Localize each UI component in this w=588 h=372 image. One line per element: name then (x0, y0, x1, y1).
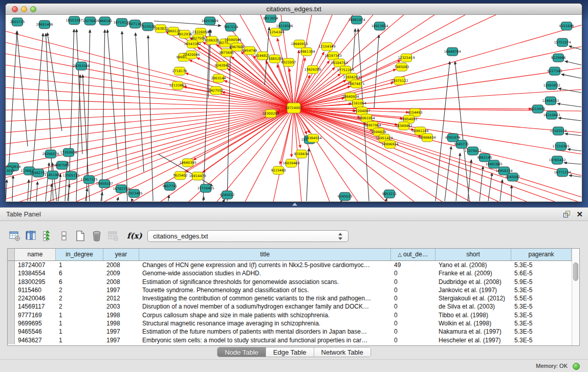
table-cell[interactable]: Investigating the contribution of common… (139, 294, 391, 302)
table-cell[interactable]: Corpus callosum shape and size in male p… (139, 311, 391, 319)
table-cell[interactable]: 5.3E-5 (511, 336, 572, 344)
table-cell[interactable]: 18724007 (15, 261, 56, 269)
close-panel-icon[interactable]: ✕ (576, 209, 583, 220)
table-cell[interactable]: 0 (391, 311, 435, 319)
table-cell[interactable]: 1 (56, 327, 103, 336)
table-cell[interactable]: 1 (56, 311, 103, 319)
table-cell[interactable]: 1997 (103, 286, 139, 294)
table-cell[interactable]: Embryonic stem cells: a model to study s… (139, 336, 391, 344)
table-cell[interactable]: 0 (391, 327, 435, 336)
table-row[interactable]: 1456911722003Disruption of a novel membe… (8, 302, 572, 311)
table-cell[interactable]: 1 (56, 261, 103, 269)
table-cell[interactable]: de Silva et al. (2003) (435, 302, 511, 311)
table-cell[interactable]: 0 (391, 336, 435, 344)
table-row[interactable]: 1872400712008Changes of HCN gene express… (8, 261, 572, 269)
citation-network-view[interactable]: 2055715206914061055328715276026466161107… (6, 15, 582, 202)
table-cell[interactable]: 5.3E-5 (511, 311, 572, 319)
table-cell[interactable]: 0 (391, 319, 435, 327)
table-cell[interactable]: Estimation of the future numbers of pati… (139, 327, 391, 336)
table-cell[interactable]: 5.3E-5 (511, 302, 572, 311)
table-cell[interactable]: 19384554 (15, 269, 56, 277)
table-cell[interactable]: 0 (391, 278, 435, 286)
table-cell[interactable]: 14569117 (15, 302, 56, 311)
scrollbar-thumb[interactable] (573, 262, 578, 281)
table-cell[interactable]: Genome-wide association studies in ADHD. (139, 269, 391, 277)
table-row[interactable]: 946362711997Embryonic stem cells: a mode… (8, 336, 572, 344)
table-cell[interactable]: 2 (56, 294, 103, 302)
table-cell[interactable]: 0 (391, 302, 435, 311)
table-row[interactable]: 969969511998Structural magnetic resonanc… (8, 319, 572, 327)
table-cell[interactable]: 9463627 (15, 336, 56, 344)
table-cell[interactable]: Hescheler et al. (1997) (435, 336, 511, 344)
table-cell[interactable]: 6 (56, 269, 103, 277)
network-canvas[interactable]: 2055715206914061055328715276026466161107… (6, 15, 582, 202)
table-cell[interactable]: 1997 (103, 327, 139, 336)
column-header-out_de[interactable]: △out_de… (391, 249, 435, 260)
table-cell[interactable]: Dudbridge et al. (2008) (435, 278, 511, 286)
table-cell[interactable]: Tourette syndrome. Phenomenology and cla… (139, 286, 391, 294)
window-titlebar[interactable]: citations_edges.txt (6, 4, 582, 15)
table-cell[interactable]: Nakamura et al. (1997) (435, 327, 511, 336)
table-cell[interactable]: 49 (391, 261, 435, 269)
table-cell[interactable]: 9465546 (15, 327, 56, 336)
table-row[interactable]: 2242004622012Investigating the contribut… (8, 294, 572, 302)
new-table-icon[interactable] (74, 229, 87, 243)
table-row[interactable]: 1938455462009Genome-wide association stu… (8, 269, 572, 277)
table-row[interactable]: 977716911998Corpus callosum shape and si… (8, 311, 572, 319)
table-cell[interactable]: 2009 (103, 269, 139, 277)
float-panel-icon[interactable] (563, 211, 571, 218)
table-cell[interactable]: 5.3E-5 (511, 327, 572, 336)
table-vertical-scrollbar[interactable] (572, 249, 579, 345)
table-column-icon[interactable] (25, 229, 38, 243)
table-cell[interactable]: 9699695 (15, 319, 56, 327)
memory-status-indicator[interactable] (573, 363, 580, 370)
splitter-handle[interactable] (292, 203, 297, 206)
table-cell[interactable]: 5.6E-5 (511, 269, 572, 277)
table-settings-icon[interactable] (8, 229, 21, 243)
table-cell[interactable]: 2003 (103, 302, 139, 311)
table-cell[interactable]: Estimation of significance thresholds fo… (139, 278, 391, 286)
table-cell[interactable]: 1 (56, 319, 103, 327)
table-cell[interactable]: Jankovic et al. (1997) (435, 286, 511, 294)
table-cell[interactable]: Franke et al. (2009) (435, 269, 511, 277)
table-cell[interactable]: 1998 (103, 311, 139, 319)
table-cell[interactable]: 2008 (103, 261, 139, 269)
table-select-dropdown[interactable]: citations_edges.txt (147, 230, 349, 242)
table-cell[interactable]: 1997 (103, 336, 139, 344)
table-cell[interactable]: Changes of HCN gene expression and I(f) … (139, 261, 391, 269)
table-row[interactable]: 1830029562008Estimation of significance … (8, 278, 572, 286)
table-cell[interactable]: Stergiakouli et al. (2012) (435, 294, 511, 302)
table-cell[interactable]: 6 (56, 278, 103, 286)
tab-network-table[interactable]: Network Table (314, 347, 371, 357)
table-cell[interactable]: 5.3E-5 (511, 261, 572, 269)
table-cell[interactable]: 9777169 (15, 311, 56, 319)
table-cell[interactable]: 2 (56, 286, 103, 294)
table-cell[interactable]: 2012 (103, 294, 139, 302)
table-cell[interactable]: 0 (391, 286, 435, 294)
select-rows-icon[interactable] (41, 229, 54, 243)
tab-node-table[interactable]: Node Table (217, 347, 266, 357)
table-cell[interactable]: 9115460 (15, 286, 56, 294)
column-header-short[interactable]: short (435, 249, 511, 260)
table-cell[interactable]: 22420046 (15, 294, 56, 302)
table-cell[interactable]: Structural magnetic resonance image aver… (139, 319, 391, 327)
column-header-pagerank[interactable]: pagerank (511, 249, 572, 260)
row-height-icon[interactable] (57, 229, 71, 243)
table-cell[interactable]: 5.3E-5 (511, 286, 572, 294)
table-cell[interactable]: Tibbo et al. (1998) (435, 311, 511, 319)
table-cell[interactable]: Wolkin et al. (1998) (435, 319, 511, 327)
table-cell[interactable]: 5.5E-5 (511, 294, 572, 302)
table-row[interactable]: 911546021997Tourette syndrome. Phenomeno… (8, 286, 572, 294)
delete-table-icon[interactable] (90, 229, 103, 243)
table-cell[interactable]: 2 (56, 302, 103, 311)
table-cell[interactable]: Disruption of a novel member of a sodium… (139, 302, 391, 311)
tab-edge-table[interactable]: Edge Table (266, 347, 314, 357)
table-row[interactable]: 946554611997Estimation of the future num… (8, 327, 572, 336)
function-builder-icon[interactable]: f(x) (127, 231, 142, 240)
table-cell[interactable]: 2008 (103, 278, 139, 286)
column-header-name[interactable]: name (15, 249, 56, 260)
table-cell[interactable]: 5.3E-5 (511, 319, 572, 327)
table-cell[interactable]: 1 (56, 336, 103, 344)
table-cell[interactable]: 0 (391, 269, 435, 277)
column-header-in_degree[interactable]: in_degree (56, 249, 103, 260)
